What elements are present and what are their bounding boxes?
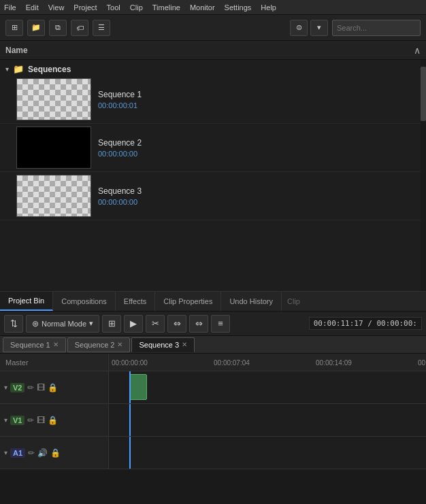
clip-block-v2[interactable] [129,374,147,400]
menu-timeline[interactable]: Timeline [152,3,180,12]
sequence-1-info: Sequence 1 00:00:00:01 [98,90,421,110]
track-v2-label: ▾ V2 ✏ 🎞 🔒 [0,371,109,403]
track-controls-btn[interactable]: ⇅ [4,315,23,333]
tab-clip-properties[interactable]: Clip Properties [155,292,221,311]
tab-effects[interactable]: Effects [116,292,155,311]
track-a1-speaker-icon[interactable]: 🔊 [37,448,48,458]
menu-file[interactable]: File [4,3,16,12]
content-area: ▾ 📁 Sequences Sequence 1 00:00:00:01 Seq… [0,60,426,291]
scrollbar-thumb[interactable] [421,67,426,121]
track-v1-pencil-icon[interactable]: ✏ [27,416,34,425]
track-v1-id: V1 [10,416,24,425]
panel-title: Name [5,46,28,55]
folder-icon: 📁 [13,64,24,74]
toolbar-list-btn[interactable]: ☰ [93,20,110,36]
seq-tab-2-close[interactable]: ✕ [117,341,122,348]
seq-tab-3-close[interactable]: ✕ [182,341,187,348]
menu-monitor[interactable]: Monitor [190,3,215,12]
track-v2-content[interactable] [109,371,426,403]
tab-project-bin[interactable]: Project Bin [0,292,53,311]
search-box[interactable] [332,20,421,36]
track-a1-lock-icon[interactable]: 🔒 [50,448,61,458]
sequence-item-3[interactable]: Sequence 3 00:00:00:00 [0,172,426,220]
sequence-3-name: Sequence 3 [98,186,421,196]
track-a1-label: ▾ A1 ✏ 🔊 🔒 [0,437,109,469]
seq-tab-3-label: Sequence 3 [139,341,179,349]
tabs-bar: Project Bin Compositions Effects Clip Pr… [0,291,426,312]
track-a1-row: ▾ A1 ✏ 🔊 🔒 [0,437,426,469]
seq-tab-1[interactable]: Sequence 1 ✕ [3,337,66,352]
search-input[interactable] [337,24,416,32]
track-a1-expand[interactable]: ▾ [4,449,7,456]
toolbar-folder-btn[interactable]: 📁 [27,20,45,36]
tab-compositions[interactable]: Compositions [53,292,116,311]
ruler-tick-0: 00:00:00:00 [112,358,148,366]
menu-settings[interactable]: Settings [225,3,252,12]
track-v1-expand[interactable]: ▾ [4,416,7,424]
toolbar-copy-btn[interactable]: ⧉ [49,20,67,36]
tab-clip: Clip [282,297,306,305]
playhead-v1 [129,404,131,436]
stretch-btn[interactable]: ⇔ [189,315,208,333]
chevron-down-icon: ▾ [5,65,9,73]
track-v1-film-icon[interactable]: 🎞 [37,416,45,425]
menu-view[interactable]: View [48,3,65,12]
ruler-timecodes: 00:00:00:00 00:00:07:04 00:00:14:09 00:0… [109,354,426,371]
menu-bar: File Edit View Project Tool Clip Timelin… [0,0,426,15]
sequence-3-timecode: 00:00:00:00 [98,198,421,206]
track-v2-row: ▾ V2 ✏ 🎞 🔒 [0,371,426,404]
scrollbar[interactable] [421,60,426,291]
chevron-icon: ▾ [89,319,93,328]
mode-dropdown[interactable]: ⊛ Normal Mode ▾ [26,315,99,333]
sequences-group-row[interactable]: ▾ 📁 Sequences [0,63,426,75]
toolbar-tag-btn[interactable]: 🏷 [71,20,88,36]
slip-btn[interactable]: ⇔ [167,315,186,333]
collapse-button[interactable]: ∧ [414,45,421,56]
seq-tab-3[interactable]: Sequence 3 ✕ [131,337,195,352]
sequence-2-timecode: 00:00:00:00 [98,150,421,158]
toolbar-grid-btn[interactable]: ⊞ [5,20,23,36]
playhead-v2 [129,371,131,403]
sequence-item-2[interactable]: Sequence 2 00:00:00:00 [0,124,426,172]
filter-btn[interactable]: ⊜ [290,20,308,36]
track-v1-row: ▾ V1 ✏ 🎞 🔒 [0,404,426,437]
menu-clip[interactable]: Clip [130,3,143,12]
track-v2-film-icon[interactable]: 🎞 [37,383,45,392]
track-v1-content[interactable] [109,404,426,436]
menu-edit[interactable]: Edit [26,3,39,12]
ruler-master-label: Master [0,354,109,371]
timecode-display: 00:00:11:17 / 00:00:00: [309,317,422,330]
arrow-btn[interactable]: ▶ [124,315,143,333]
sequence-1-thumbnail [16,78,91,120]
playback-toolbar: ⇅ ⊛ Normal Mode ▾ ⊞ ▶ ✂ ⇔ ⇔ ≡ 00:00:11:1… [0,312,426,336]
track-a1-content[interactable] [109,437,426,469]
menu-project[interactable]: Project [73,3,97,12]
filter-dropdown-btn[interactable]: ▾ [310,20,328,36]
align-btn[interactable]: ≡ [211,315,230,333]
snap-btn[interactable]: ⊞ [102,315,121,333]
track-v2-pencil-icon[interactable]: ✏ [27,383,34,392]
sequence-1-timecode: 00:00:00:01 [98,101,421,110]
timeline-area: Master 00:00:00:00 00:00:07:04 00:00:14:… [0,354,426,476]
sequence-2-thumbnail [16,127,91,169]
menu-tool[interactable]: Tool [107,3,120,12]
menu-help[interactable]: Help [261,3,276,12]
seq-tab-2[interactable]: Sequence 2 ✕ [67,337,131,352]
playhead-a1 [129,437,131,469]
track-v1-lock-icon[interactable]: 🔒 [48,416,58,425]
track-v2-lock-icon[interactable]: 🔒 [48,383,58,392]
timeline-ruler: Master 00:00:00:00 00:00:07:04 00:00:14:… [0,354,426,371]
tab-undo-history[interactable]: Undo History [221,292,282,311]
track-v2-expand[interactable]: ▾ [4,384,7,391]
track-v2-id: V2 [10,383,24,392]
track-a1-pencil-icon[interactable]: ✏ [28,448,35,458]
track-v1-label: ▾ V1 ✏ 🎞 🔒 [0,404,109,436]
razor-btn[interactable]: ✂ [146,315,165,333]
sequence-2-name: Sequence 2 [98,138,421,148]
mode-label: Normal Mode [42,320,86,328]
ruler-tick-2: 00:00:14:09 [316,358,352,366]
sequence-item-1[interactable]: Sequence 1 00:00:00:01 [0,75,426,124]
sequence-2-info: Sequence 2 00:00:00:00 [98,138,421,158]
seq-tab-1-close[interactable]: ✕ [53,341,59,348]
timeline-tracks: ▾ V2 ✏ 🎞 🔒 ▾ V1 ✏ 🎞 🔒 [0,371,426,476]
